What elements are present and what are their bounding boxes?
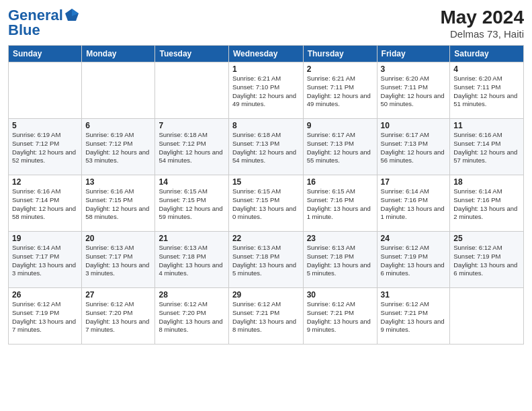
table-row: 5Sunrise: 6:19 AM Sunset: 7:12 PM Daylig… bbox=[9, 119, 82, 175]
table-row: 2Sunrise: 6:21 AM Sunset: 7:11 PM Daylig… bbox=[303, 62, 377, 119]
day-info: Sunrise: 6:20 AM Sunset: 7:11 PM Dayligh… bbox=[381, 75, 447, 109]
col-wednesday: Wednesday bbox=[228, 46, 303, 62]
day-number: 21 bbox=[159, 234, 224, 243]
table-row: 11Sunrise: 6:16 AM Sunset: 7:14 PM Dayli… bbox=[450, 119, 524, 175]
calendar-week-row: 5Sunrise: 6:19 AM Sunset: 7:12 PM Daylig… bbox=[9, 119, 524, 175]
day-info: Sunrise: 6:14 AM Sunset: 7:17 PM Dayligh… bbox=[12, 244, 78, 278]
table-row: 16Sunrise: 6:15 AM Sunset: 7:16 PM Dayli… bbox=[303, 175, 377, 232]
day-number: 9 bbox=[307, 121, 373, 130]
day-number: 4 bbox=[453, 64, 520, 74]
day-info: Sunrise: 6:18 AM Sunset: 7:13 PM Dayligh… bbox=[232, 131, 300, 165]
day-info: Sunrise: 6:15 AM Sunset: 7:16 PM Dayligh… bbox=[307, 187, 373, 222]
page-container: General Blue May 2024 Delmas 73, Haiti S… bbox=[0, 0, 532, 351]
day-number: 25 bbox=[453, 234, 520, 243]
table-row: 15Sunrise: 6:15 AM Sunset: 7:15 PM Dayli… bbox=[228, 175, 303, 232]
table-row: 14Sunrise: 6:15 AM Sunset: 7:15 PM Dayli… bbox=[155, 175, 228, 232]
table-row: 1Sunrise: 6:21 AM Sunset: 7:10 PM Daylig… bbox=[228, 62, 303, 119]
day-number: 6 bbox=[85, 121, 151, 130]
day-number: 28 bbox=[159, 290, 224, 300]
table-row: 12Sunrise: 6:16 AM Sunset: 7:14 PM Dayli… bbox=[9, 175, 82, 232]
page-header: General Blue May 2024 Delmas 73, Haiti bbox=[8, 7, 524, 40]
day-info: Sunrise: 6:18 AM Sunset: 7:12 PM Dayligh… bbox=[159, 131, 224, 165]
table-row bbox=[450, 288, 524, 345]
day-number: 19 bbox=[12, 234, 78, 243]
day-info: Sunrise: 6:15 AM Sunset: 7:15 PM Dayligh… bbox=[159, 187, 224, 222]
table-row: 19Sunrise: 6:14 AM Sunset: 7:17 PM Dayli… bbox=[9, 232, 82, 288]
table-row: 28Sunrise: 6:12 AM Sunset: 7:20 PM Dayli… bbox=[155, 288, 228, 345]
day-info: Sunrise: 6:16 AM Sunset: 7:15 PM Dayligh… bbox=[85, 187, 151, 222]
calendar-table: Sunday Monday Tuesday Wednesday Thursday… bbox=[8, 45, 524, 345]
col-saturday: Saturday bbox=[450, 46, 524, 62]
day-number: 26 bbox=[12, 290, 78, 300]
day-info: Sunrise: 6:12 AM Sunset: 7:21 PM Dayligh… bbox=[232, 300, 300, 334]
table-row bbox=[155, 62, 228, 119]
calendar-header-row: Sunday Monday Tuesday Wednesday Thursday… bbox=[9, 46, 524, 62]
table-row: 29Sunrise: 6:12 AM Sunset: 7:21 PM Dayli… bbox=[228, 288, 303, 345]
day-number: 15 bbox=[232, 177, 300, 187]
day-info: Sunrise: 6:12 AM Sunset: 7:19 PM Dayligh… bbox=[381, 244, 447, 278]
table-row: 30Sunrise: 6:12 AM Sunset: 7:21 PM Dayli… bbox=[303, 288, 377, 345]
day-number: 13 bbox=[85, 177, 151, 187]
logo-flag-icon bbox=[64, 7, 79, 22]
calendar-week-row: 1Sunrise: 6:21 AM Sunset: 7:10 PM Daylig… bbox=[9, 62, 524, 119]
day-number: 10 bbox=[381, 121, 447, 130]
day-info: Sunrise: 6:12 AM Sunset: 7:21 PM Dayligh… bbox=[307, 300, 373, 334]
day-info: Sunrise: 6:20 AM Sunset: 7:11 PM Dayligh… bbox=[453, 75, 520, 109]
day-info: Sunrise: 6:13 AM Sunset: 7:18 PM Dayligh… bbox=[159, 244, 224, 278]
title-block: May 2024 Delmas 73, Haiti bbox=[440, 7, 524, 40]
logo-blue: Blue bbox=[8, 21, 40, 39]
day-info: Sunrise: 6:13 AM Sunset: 7:18 PM Dayligh… bbox=[307, 244, 373, 278]
day-info: Sunrise: 6:14 AM Sunset: 7:16 PM Dayligh… bbox=[453, 187, 520, 222]
table-row: 23Sunrise: 6:13 AM Sunset: 7:18 PM Dayli… bbox=[303, 232, 377, 288]
table-row: 27Sunrise: 6:12 AM Sunset: 7:20 PM Dayli… bbox=[82, 288, 155, 345]
day-info: Sunrise: 6:12 AM Sunset: 7:19 PM Dayligh… bbox=[453, 244, 520, 278]
table-row: 10Sunrise: 6:17 AM Sunset: 7:13 PM Dayli… bbox=[377, 119, 450, 175]
col-sunday: Sunday bbox=[9, 46, 82, 62]
day-info: Sunrise: 6:17 AM Sunset: 7:13 PM Dayligh… bbox=[381, 131, 447, 165]
day-info: Sunrise: 6:19 AM Sunset: 7:12 PM Dayligh… bbox=[12, 131, 78, 165]
month-year: May 2024 bbox=[440, 7, 524, 28]
logo: General Blue bbox=[8, 7, 79, 39]
col-monday: Monday bbox=[82, 46, 155, 62]
calendar-week-row: 19Sunrise: 6:14 AM Sunset: 7:17 PM Dayli… bbox=[9, 232, 524, 288]
day-info: Sunrise: 6:19 AM Sunset: 7:12 PM Dayligh… bbox=[85, 131, 151, 165]
day-number: 3 bbox=[381, 64, 447, 74]
day-info: Sunrise: 6:12 AM Sunset: 7:20 PM Dayligh… bbox=[159, 300, 224, 334]
day-number: 12 bbox=[12, 177, 78, 187]
day-info: Sunrise: 6:13 AM Sunset: 7:17 PM Dayligh… bbox=[85, 244, 151, 278]
day-number: 24 bbox=[381, 234, 447, 243]
day-number: 11 bbox=[453, 121, 520, 130]
calendar-week-row: 12Sunrise: 6:16 AM Sunset: 7:14 PM Dayli… bbox=[9, 175, 524, 232]
day-info: Sunrise: 6:21 AM Sunset: 7:10 PM Dayligh… bbox=[232, 75, 300, 109]
day-number: 16 bbox=[307, 177, 373, 187]
table-row: 6Sunrise: 6:19 AM Sunset: 7:12 PM Daylig… bbox=[82, 119, 155, 175]
day-number: 22 bbox=[232, 234, 300, 243]
table-row: 8Sunrise: 6:18 AM Sunset: 7:13 PM Daylig… bbox=[228, 119, 303, 175]
day-number: 30 bbox=[307, 290, 373, 300]
table-row: 25Sunrise: 6:12 AM Sunset: 7:19 PM Dayli… bbox=[450, 232, 524, 288]
day-info: Sunrise: 6:16 AM Sunset: 7:14 PM Dayligh… bbox=[453, 131, 520, 165]
table-row: 4Sunrise: 6:20 AM Sunset: 7:11 PM Daylig… bbox=[450, 62, 524, 119]
day-number: 18 bbox=[453, 177, 520, 187]
day-number: 7 bbox=[159, 121, 224, 130]
day-number: 1 bbox=[232, 64, 300, 74]
table-row bbox=[82, 62, 155, 119]
table-row: 31Sunrise: 6:12 AM Sunset: 7:21 PM Dayli… bbox=[377, 288, 450, 345]
table-row: 13Sunrise: 6:16 AM Sunset: 7:15 PM Dayli… bbox=[82, 175, 155, 232]
day-number: 5 bbox=[12, 121, 78, 130]
table-row: 24Sunrise: 6:12 AM Sunset: 7:19 PM Dayli… bbox=[377, 232, 450, 288]
day-info: Sunrise: 6:12 AM Sunset: 7:21 PM Dayligh… bbox=[381, 300, 447, 334]
day-info: Sunrise: 6:12 AM Sunset: 7:19 PM Dayligh… bbox=[12, 300, 78, 334]
table-row: 3Sunrise: 6:20 AM Sunset: 7:11 PM Daylig… bbox=[377, 62, 450, 119]
day-info: Sunrise: 6:12 AM Sunset: 7:20 PM Dayligh… bbox=[85, 300, 151, 334]
day-info: Sunrise: 6:13 AM Sunset: 7:18 PM Dayligh… bbox=[232, 244, 300, 278]
day-number: 23 bbox=[307, 234, 373, 243]
col-friday: Friday bbox=[377, 46, 450, 62]
table-row: 22Sunrise: 6:13 AM Sunset: 7:18 PM Dayli… bbox=[228, 232, 303, 288]
table-row: 21Sunrise: 6:13 AM Sunset: 7:18 PM Dayli… bbox=[155, 232, 228, 288]
table-row bbox=[9, 62, 82, 119]
table-row: 9Sunrise: 6:17 AM Sunset: 7:13 PM Daylig… bbox=[303, 119, 377, 175]
day-number: 8 bbox=[232, 121, 300, 130]
col-thursday: Thursday bbox=[303, 46, 377, 62]
day-number: 20 bbox=[85, 234, 151, 243]
